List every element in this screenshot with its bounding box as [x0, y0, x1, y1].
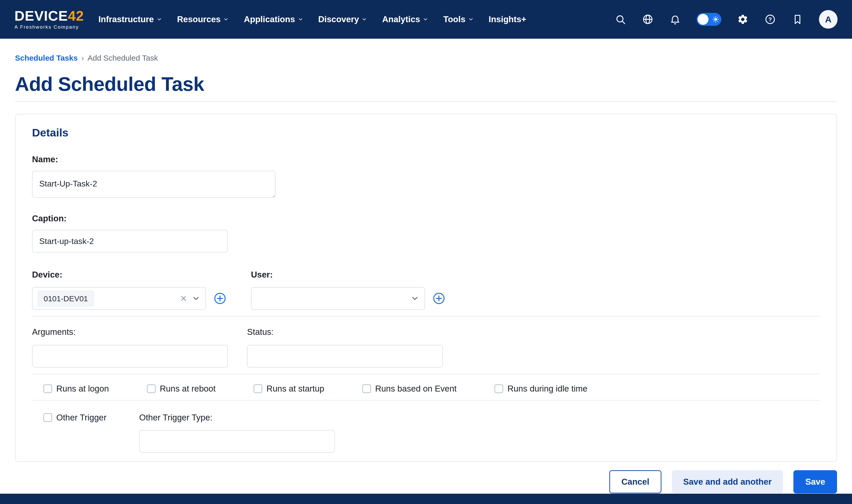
- title-divider: [15, 101, 837, 102]
- nav-analytics-label: Analytics: [382, 15, 420, 24]
- navbar-icon-group: ? A: [614, 10, 837, 29]
- name-label: Name:: [32, 154, 820, 165]
- chevron-down-icon: [362, 17, 367, 22]
- divider: [32, 400, 820, 400]
- checkbox-box[interactable]: [147, 384, 156, 393]
- other-trigger-type-label: Other Trigger Type:: [139, 412, 335, 423]
- nav-tools[interactable]: Tools: [443, 15, 474, 24]
- checkbox-other-trigger[interactable]: Other Trigger: [44, 412, 106, 423]
- status-label: Status:: [247, 327, 443, 337]
- user-avatar[interactable]: A: [819, 10, 837, 29]
- status-input[interactable]: [247, 345, 443, 367]
- checkbox-label: Runs at logon: [56, 383, 109, 394]
- status-field: Status:: [247, 327, 443, 367]
- device-label: Device:: [32, 270, 251, 280]
- caption-label: Caption:: [32, 213, 820, 223]
- sun-icon: [712, 16, 719, 23]
- other-trigger-row: Other Trigger Other Trigger Type:: [32, 412, 820, 453]
- add-device-button[interactable]: [214, 292, 226, 305]
- name-input[interactable]: Start-Up-Task-2: [32, 171, 276, 198]
- run-triggers-row: Runs at logon Runs at reboot Runs at sta…: [32, 383, 820, 394]
- checkbox-label: Runs based on Event: [375, 383, 457, 394]
- checkbox-box[interactable]: [44, 413, 52, 422]
- checkbox-runs-at-logon[interactable]: Runs at logon: [44, 383, 109, 394]
- bottom-footer-bar: [0, 494, 852, 504]
- user-select[interactable]: [251, 287, 425, 310]
- checkbox-label: Runs at reboot: [160, 383, 215, 394]
- arguments-label: Arguments:: [32, 327, 247, 337]
- arguments-status-row: Arguments: Status:: [32, 327, 820, 367]
- settings-gear-icon[interactable]: [737, 13, 749, 25]
- nav-insights-plus[interactable]: Insights+: [489, 15, 526, 24]
- cancel-button[interactable]: Cancel: [609, 470, 661, 493]
- device-user-row: Device: 0101-DEV01 User:: [32, 270, 820, 310]
- page-content: Scheduled Tasks › Add Scheduled Task Add…: [0, 54, 852, 493]
- checkbox-label: Other Trigger: [56, 412, 106, 423]
- chevron-down-icon: [223, 17, 229, 22]
- checkbox-label: Runs at startup: [266, 383, 324, 394]
- divider: [32, 316, 820, 317]
- device-select-chevron-icon[interactable]: [192, 294, 201, 303]
- breadcrumb-scheduled-tasks-link[interactable]: Scheduled Tasks: [15, 54, 78, 62]
- theme-toggle-knob: [698, 14, 709, 25]
- search-icon[interactable]: [614, 13, 626, 25]
- main-nav: Infrastructure Resources Applications Di…: [98, 15, 526, 24]
- brand-tagline: A Freshworks Company: [15, 24, 84, 30]
- user-select-chevron-icon[interactable]: [411, 294, 419, 303]
- device-clear-icon[interactable]: [180, 294, 188, 302]
- brand-logo[interactable]: DEVICE42 A Freshworks Company: [15, 9, 84, 30]
- nav-resources-label: Resources: [177, 15, 221, 24]
- checkbox-box[interactable]: [44, 384, 52, 393]
- checkbox-runs-at-startup[interactable]: Runs at startup: [254, 383, 324, 394]
- checkbox-runs-during-idle-time[interactable]: Runs during idle time: [494, 383, 587, 394]
- checkbox-box[interactable]: [362, 384, 371, 393]
- brand-42-text: 42: [68, 8, 84, 23]
- checkbox-box[interactable]: [494, 384, 503, 393]
- brand-device-text: DEVICE: [15, 8, 68, 23]
- theme-toggle[interactable]: [697, 13, 721, 26]
- add-user-button[interactable]: [433, 292, 445, 305]
- other-trigger-type-field: Other Trigger Type:: [139, 412, 335, 453]
- top-navbar: DEVICE42 A Freshworks Company Infrastruc…: [0, 0, 852, 39]
- device-chip[interactable]: 0101-DEV01: [38, 291, 94, 306]
- checkbox-runs-at-reboot[interactable]: Runs at reboot: [147, 383, 215, 394]
- nav-infrastructure[interactable]: Infrastructure: [98, 15, 162, 24]
- help-icon[interactable]: ?: [764, 13, 776, 25]
- details-card: Details Name: Start-Up-Task-2 Caption: D…: [15, 114, 837, 462]
- checkbox-runs-based-on-event[interactable]: Runs based on Event: [362, 383, 457, 394]
- globe-icon[interactable]: [642, 13, 654, 25]
- nav-discovery-label: Discovery: [318, 15, 359, 24]
- user-field: User:: [251, 270, 445, 310]
- chevron-down-icon: [156, 17, 162, 22]
- nav-analytics[interactable]: Analytics: [382, 15, 428, 24]
- device-select[interactable]: 0101-DEV01: [32, 287, 206, 310]
- chevron-down-icon: [423, 17, 428, 22]
- save-and-add-another-button[interactable]: Save and add another: [672, 470, 783, 493]
- arguments-field: Arguments:: [32, 327, 247, 367]
- device-field: Device: 0101-DEV01: [32, 270, 251, 310]
- nav-tools-label: Tools: [443, 15, 466, 24]
- notifications-bell-icon[interactable]: [669, 13, 681, 25]
- nav-resources[interactable]: Resources: [177, 15, 229, 24]
- breadcrumb-separator: ›: [81, 54, 84, 62]
- nav-infrastructure-label: Infrastructure: [98, 15, 154, 24]
- nav-applications[interactable]: Applications: [244, 15, 303, 24]
- bookmark-icon[interactable]: [792, 13, 803, 25]
- caption-input[interactable]: [32, 230, 228, 253]
- chevron-down-icon: [468, 17, 474, 22]
- save-button[interactable]: Save: [794, 470, 837, 493]
- user-label: User:: [251, 270, 445, 280]
- nav-discovery[interactable]: Discovery: [318, 15, 367, 24]
- chevron-down-icon: [298, 17, 303, 22]
- page-title: Add Scheduled Task: [15, 73, 837, 95]
- divider: [32, 374, 820, 374]
- other-trigger-type-input[interactable]: [139, 430, 335, 453]
- arguments-input[interactable]: [32, 345, 228, 367]
- breadcrumb: Scheduled Tasks › Add Scheduled Task: [15, 54, 837, 62]
- breadcrumb-current: Add Scheduled Task: [88, 54, 158, 62]
- checkbox-label: Runs during idle time: [507, 383, 587, 394]
- nav-applications-label: Applications: [244, 15, 295, 24]
- checkbox-box[interactable]: [254, 384, 262, 393]
- brand-wordmark: DEVICE42: [15, 9, 84, 23]
- nav-insights-plus-label: Insights+: [489, 15, 526, 24]
